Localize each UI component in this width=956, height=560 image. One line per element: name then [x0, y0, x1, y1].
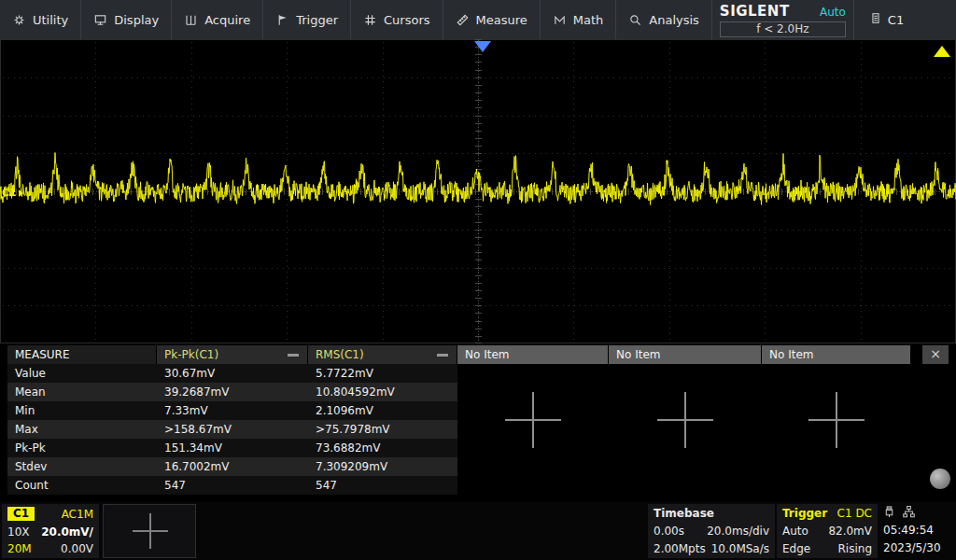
status-bar: C1 AC1M 10X 20.0mV/ 20M 0.00V Timebase 0… — [0, 502, 956, 560]
acquire-icon — [184, 13, 198, 27]
add-measurement-plus-icon[interactable] — [808, 392, 865, 448]
trigger-frequency-readout: f < 2.0Hz — [720, 21, 846, 37]
menu-cursors[interactable]: Cursors — [351, 0, 443, 39]
stat-pkpk-value: 39.2687mV — [157, 385, 308, 399]
stat-pkpk-value: 547 — [157, 479, 308, 492]
trigger-level-marker[interactable] — [934, 46, 950, 57]
stat-label: Stdev — [7, 460, 157, 473]
table-row: Value30.67mV5.7722mV — [7, 364, 457, 383]
measure-column-pkpk-label: Pk-Pk(C1) — [164, 348, 218, 361]
measure-title: MEASURE — [7, 345, 157, 364]
menu-math-label: Math — [573, 13, 604, 27]
usb-icon — [883, 506, 895, 521]
menu-cursors-label: Cursors — [384, 13, 430, 27]
trigger-mode: Auto — [782, 525, 808, 538]
siglent-logo: SIGLENT — [720, 3, 790, 20]
stat-rms-value: 10.804592mV — [308, 385, 457, 399]
measure-column-rms[interactable]: RMS(C1) — [308, 345, 457, 364]
trigger-level: 82.0mV — [828, 525, 872, 538]
menu-display[interactable]: Display — [81, 0, 172, 39]
menu-display-label: Display — [114, 13, 159, 27]
timebase-descriptor-box[interactable]: Timebase 0.00s 20.0ms/div 2.00Mpts 10.0M… — [648, 504, 775, 558]
system-time: 05:49:54 — [883, 524, 954, 538]
stat-rms-value: >75.7978mV — [308, 423, 457, 436]
timebase-delay: 0.00s — [654, 525, 684, 538]
measure-panel: MEASURE Pk-Pk(C1) RMS(C1) No Item No Ite… — [0, 345, 956, 502]
rotary-knob-indicator[interactable] — [930, 469, 950, 489]
channel1-offset: 0.00V — [61, 542, 93, 555]
stat-rms-value: 2.1096mV — [308, 404, 457, 417]
close-measure-panel-button[interactable]: × — [922, 345, 949, 364]
trigger-position-marker[interactable] — [474, 41, 491, 52]
table-row: Min7.33mV2.1096mV — [7, 401, 457, 420]
menu-acquire-label: Acquire — [204, 13, 250, 27]
add-channel-plus-icon — [133, 513, 168, 549]
timebase-tdiv: 20.0ms/div — [707, 525, 769, 538]
stat-label: Mean — [7, 385, 157, 399]
stat-rms-value: 73.6882mV — [308, 441, 457, 455]
stat-rms-value: 5.7722mV — [308, 367, 457, 380]
channel1-offset-label: C1 — [2, 187, 17, 199]
measure-statistics-table: Value30.67mV5.7722mV Mean39.2687mV10.804… — [7, 364, 457, 495]
stat-pkpk-value: 30.67mV — [157, 367, 308, 380]
add-measurement-plus-icon[interactable] — [657, 392, 713, 448]
cursors-icon — [363, 13, 377, 27]
table-row: Max>158.67mV>75.7978mV — [7, 420, 457, 439]
message-channel-indicator[interactable]: C1 — [854, 0, 919, 39]
math-icon — [553, 13, 567, 27]
display-icon — [93, 13, 107, 27]
menu-measure[interactable]: Measure — [443, 0, 541, 39]
top-menu-bar: Utility Display Acquire Trigger Cursors … — [0, 0, 956, 39]
remove-measurement-icon[interactable] — [437, 354, 448, 357]
menu-analysis[interactable]: Analysis — [616, 0, 712, 39]
waveform-display-area[interactable]: C1 — [0, 39, 956, 343]
measure-column-empty-3[interactable]: No Item — [762, 345, 911, 364]
menu-trigger[interactable]: Trigger — [263, 0, 351, 39]
measure-column-pkpk[interactable]: Pk-Pk(C1) — [157, 345, 308, 364]
channel1-badge: C1 — [7, 507, 35, 521]
menu-utility-label: Utility — [33, 13, 68, 27]
stat-label: Min — [7, 404, 157, 417]
message-channel-label: C1 — [888, 13, 904, 27]
measure-column-rms-label: RMS(C1) — [316, 348, 364, 361]
trigger-title: Trigger — [782, 507, 827, 520]
timebase-title: Timebase — [654, 507, 714, 520]
measure-column-empty-2[interactable]: No Item — [609, 345, 762, 364]
table-row: Pk-Pk151.34mV73.6882mV — [7, 439, 457, 457]
measure-column-empty-1[interactable]: No Item — [457, 345, 609, 364]
stat-pkpk-value: 16.7002mV — [157, 460, 308, 473]
timebase-sample-rate: 10.0MSa/s — [711, 542, 769, 555]
brand-status-block: SIGLENT Auto f < 2.0Hz — [712, 0, 854, 39]
trigger-type: Edge — [782, 542, 810, 555]
table-row: Mean39.2687mV10.804592mV — [7, 383, 457, 401]
add-measurement-plus-icon[interactable] — [505, 392, 561, 448]
channel1-offset-marker[interactable]: C1 — [2, 187, 23, 199]
stat-label: Count — [7, 479, 157, 492]
menu-trigger-label: Trigger — [296, 13, 338, 27]
channel1-offset-arrow-icon — [19, 189, 23, 197]
remove-measurement-icon[interactable] — [288, 354, 299, 357]
trigger-descriptor-box[interactable]: Trigger C1 DC Auto 82.0mV Edge Rising — [777, 504, 878, 558]
flag-icon — [275, 13, 289, 27]
add-channel-box[interactable] — [103, 504, 196, 558]
stat-pkpk-value: 151.34mV — [157, 441, 308, 455]
table-row: Stdev16.7002mV7.309209mV — [7, 457, 457, 476]
gear-icon — [12, 13, 26, 27]
menu-measure-label: Measure — [476, 13, 527, 27]
magnifier-icon — [628, 13, 642, 27]
ruler-icon — [456, 13, 470, 27]
menu-utility[interactable]: Utility — [0, 0, 81, 39]
stat-rms-value: 547 — [308, 479, 457, 492]
channel1-descriptor-box[interactable]: C1 AC1M 10X 20.0mV/ 20M 0.00V — [2, 504, 99, 558]
menu-math[interactable]: Math — [541, 0, 617, 39]
waveform-canvas[interactable] — [0, 39, 956, 343]
menu-acquire[interactable]: Acquire — [172, 0, 263, 39]
channel1-coupling: AC1M — [62, 508, 93, 521]
channel1-bwlimit: 20M — [7, 542, 32, 555]
lan-icon — [903, 506, 915, 521]
stat-pkpk-value: >158.67mV — [157, 423, 308, 436]
clipboard-icon — [869, 11, 882, 28]
measure-header-row: MEASURE Pk-Pk(C1) RMS(C1) No Item No Ite… — [7, 345, 911, 364]
table-row: Count547547 — [7, 476, 457, 495]
acquisition-status: Auto — [820, 6, 846, 19]
